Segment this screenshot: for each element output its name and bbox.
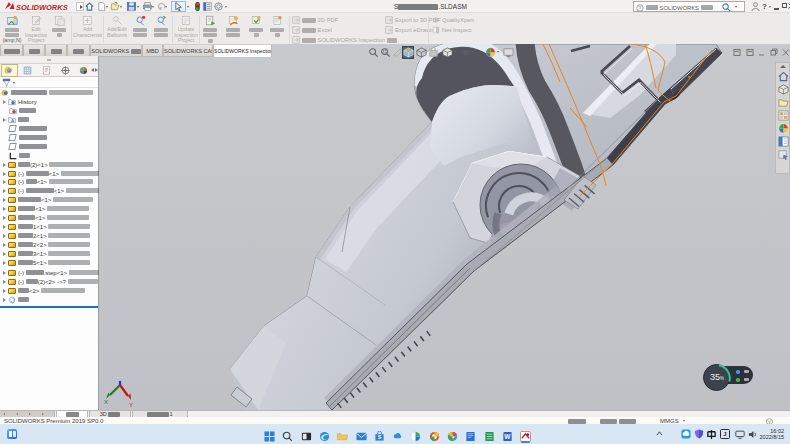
svg-text:Y: Y xyxy=(129,402,133,408)
svg-text:S: S xyxy=(378,434,382,440)
svg-text:SOLIDWORKS: SOLIDWORKS xyxy=(16,3,68,12)
svg-text:W: W xyxy=(504,433,511,440)
svg-text:?: ? xyxy=(638,6,641,11)
svg-text:X: X xyxy=(104,399,108,405)
